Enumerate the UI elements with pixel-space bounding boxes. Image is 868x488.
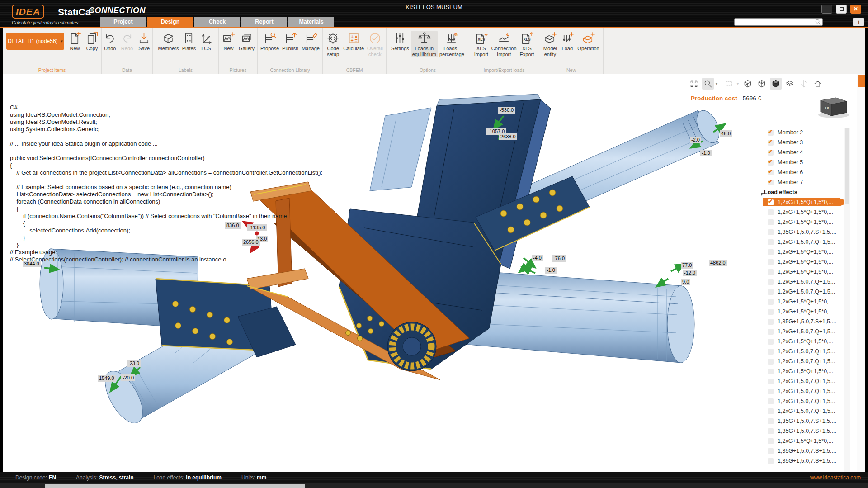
members-labels-button[interactable]: Members	[157, 31, 180, 52]
checkbox-icon[interactable]	[768, 249, 774, 255]
checkbox-icon[interactable]	[768, 418, 774, 424]
outer-scroll-thumb[interactable]	[858, 75, 865, 87]
loads-percentage-button[interactable]: % Loads - percentage	[438, 31, 466, 57]
checkbox-icon[interactable]	[768, 289, 774, 295]
load-case-row[interactable]: 1,2xG+1,5.0,7.Q+1,5...	[763, 287, 844, 297]
load-case-row[interactable]: 1,2xG+1,5*Q+1,5*0,...	[763, 297, 844, 307]
load-case-row[interactable]: 1,35G+1,5.0,7.S+1,5....	[763, 317, 844, 327]
checkbox-icon[interactable]	[768, 408, 774, 414]
checkbox-icon[interactable]	[768, 379, 774, 384]
fit-view-button[interactable]	[688, 78, 700, 90]
plates-labels-button[interactable]: Plates	[180, 31, 197, 52]
checkbox-icon[interactable]	[768, 229, 774, 235]
redo-button[interactable]: Redo	[119, 31, 136, 52]
member-row[interactable]: Member 4	[763, 147, 844, 157]
load-case-row[interactable]: 1,2xG+1,5*Q+1,5*0,...	[763, 366, 844, 376]
hidden-line-view-button[interactable]	[756, 78, 768, 90]
load-case-row[interactable]: 1,2xG+1,5*Q+1,5*0,...	[763, 257, 844, 267]
manage-button[interactable]: Manage	[300, 31, 321, 52]
checkbox-icon[interactable]	[768, 299, 774, 305]
checkbox-checked-icon[interactable]	[768, 170, 774, 175]
undo-button[interactable]: Undo	[102, 31, 118, 52]
checkbox-icon[interactable]	[768, 349, 774, 355]
load-case-row[interactable]: 1,2xG+1,5*Q+1,5*0,...	[763, 207, 844, 217]
load-case-row[interactable]: 1,2xG+1,5.0,7.Q+1,5...	[763, 356, 844, 366]
maximize-button[interactable]	[836, 5, 847, 14]
checkbox-checked-icon[interactable]	[768, 140, 774, 146]
load-case-row[interactable]: 1,2xG+1,5.0,7.Q+1,5...	[763, 396, 844, 406]
tab-report[interactable]: Report	[241, 17, 287, 27]
copy-button[interactable]: Copy	[84, 31, 100, 52]
load-case-row[interactable]: 1,2xG+1,5*Q+1,5*0,...	[763, 247, 844, 257]
checkbox-icon[interactable]	[768, 199, 774, 205]
save-button[interactable]: Save	[136, 31, 152, 52]
new-operation-button[interactable]: Operation	[576, 31, 600, 52]
lcs-labels-button[interactable]: LCS	[198, 31, 214, 52]
member-row[interactable]: Member 2	[763, 128, 844, 137]
load-case-row[interactable]: 1,35G+1,5.0,7.S+1,5....	[763, 416, 844, 426]
tab-project[interactable]: Project	[100, 17, 146, 27]
checkbox-icon[interactable]	[768, 458, 774, 464]
checkbox-icon[interactable]	[768, 448, 774, 454]
detail-dropdown[interactable]: DETAIL H1 (node56)▾	[6, 33, 64, 50]
load-case-row[interactable]: 1,2xG+1,5.0,7.Q+1,5...	[763, 277, 844, 287]
checkbox-checked-icon[interactable]	[768, 150, 774, 156]
checkbox-checked-icon[interactable]	[768, 130, 774, 136]
load-case-row[interactable]: 1,35G+1,5.0,7.S+1,5....	[763, 426, 844, 436]
panel-scroll-thumb[interactable]	[845, 128, 849, 204]
checkbox-icon[interactable]	[768, 359, 774, 365]
tab-materials[interactable]: Materials	[288, 17, 334, 27]
member-row[interactable]: Member 3	[763, 137, 844, 147]
gallery-button[interactable]: Gallery	[237, 31, 256, 52]
horizontal-scroll-thumb[interactable]	[45, 484, 305, 488]
checkbox-icon[interactable]	[768, 239, 774, 245]
checkbox-icon[interactable]	[768, 389, 774, 394]
load-case-row[interactable]: 1,2xG+1,5.0,7.Q+1,5...	[763, 376, 844, 386]
model-viewport[interactable]: -530.0-1057.02638.046.0-2.0-1.0836.0-113…	[3, 74, 865, 472]
horizontal-scrollbar[interactable]	[0, 483, 868, 488]
search-input[interactable]	[734, 18, 823, 26]
home-view-button[interactable]	[812, 78, 824, 90]
load-case-row[interactable]: 1,2xG+1,5*Q+1,5*0,...	[763, 197, 850, 207]
checkbox-checked-icon[interactable]	[768, 180, 774, 185]
tab-design[interactable]: Design	[147, 17, 193, 27]
member-row[interactable]: Member 7	[763, 177, 844, 187]
wireframe-view-button[interactable]	[742, 78, 754, 90]
select-box-button[interactable]	[723, 78, 735, 90]
loads-in-equilibrium-button[interactable]: Loads in equilibrium	[411, 31, 438, 57]
checkbox-icon[interactable]	[768, 438, 774, 444]
checkbox-icon[interactable]	[768, 329, 774, 335]
load-case-row[interactable]: 1,2xG+1,5.0,7.Q+1,5...	[763, 406, 844, 416]
checkbox-icon[interactable]	[768, 309, 774, 315]
connection-import-button[interactable]: Connection Import	[490, 31, 518, 57]
close-button[interactable]: ✕	[850, 5, 861, 14]
checkbox-icon[interactable]	[768, 279, 774, 285]
checkbox-icon[interactable]	[768, 428, 774, 434]
outer-scrollbar[interactable]	[857, 74, 865, 472]
checkbox-icon[interactable]	[768, 259, 774, 265]
checkbox-icon[interactable]	[768, 339, 774, 345]
checkbox-checked-icon[interactable]	[768, 160, 774, 166]
zoom-button[interactable]	[702, 78, 714, 90]
member-row[interactable]: Member 5	[763, 157, 844, 167]
xls-import-button[interactable]: XLS XLS Import	[473, 31, 490, 57]
transparent-view-button[interactable]	[784, 78, 796, 90]
load-case-row[interactable]: 1,2xG+1,5*Q+1,5*0,...	[763, 267, 844, 277]
checkbox-icon[interactable]	[768, 269, 774, 275]
checkbox-icon[interactable]	[768, 369, 774, 374]
overall-check-button[interactable]: Overall check	[366, 31, 384, 57]
load-case-row[interactable]: 1,35G+1,5.0,7.S+1,5....	[763, 227, 844, 237]
navigation-cube[interactable]: +X	[814, 92, 853, 119]
solid-view-button[interactable]	[770, 78, 782, 90]
model-entity-button[interactable]: Model entity	[542, 31, 558, 57]
info-button[interactable]: i	[853, 18, 864, 26]
checkbox-icon[interactable]	[768, 398, 774, 404]
load-case-row[interactable]: 1,2xG+1,5*Q+1,5*0,...	[763, 307, 844, 317]
propose-button[interactable]: Propose	[259, 31, 280, 52]
select-chevron-icon[interactable]: ▼	[736, 82, 740, 86]
minimize-button[interactable]: –	[821, 5, 832, 14]
zoom-chevron-icon[interactable]: ▼	[715, 82, 718, 86]
load-case-row[interactable]: 1,2xG+1,5.0,7.Q+1,5...	[763, 327, 844, 336]
load-case-row[interactable]: 1,35G+1,5.0,7.S+1,5....	[763, 456, 844, 466]
code-setup-button[interactable]: Code setup	[325, 31, 341, 57]
